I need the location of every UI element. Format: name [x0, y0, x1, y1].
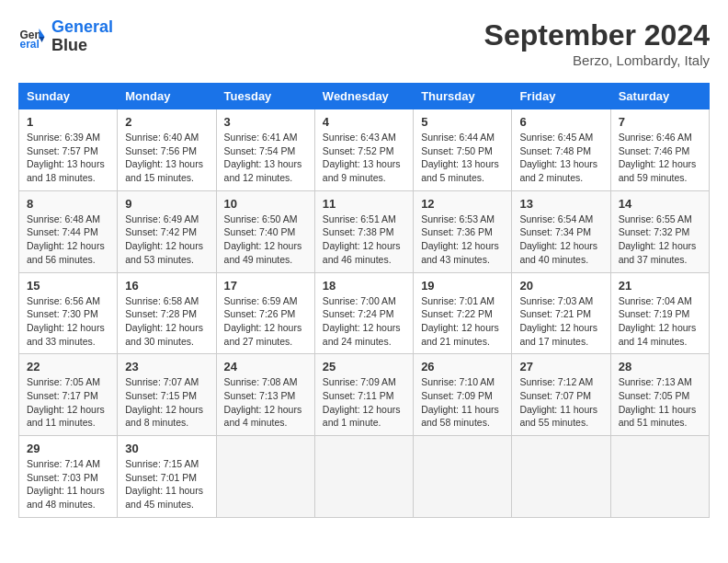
- day-number: 20: [519, 279, 602, 293]
- header-saturday: Saturday: [610, 84, 709, 109]
- cell-text: Sunrise: 6:43 AMSunset: 7:52 PMDaylight:…: [323, 131, 405, 185]
- day-number: 6: [519, 115, 602, 129]
- calendar-cell: 27Sunrise: 7:12 AMSunset: 7:07 PMDayligh…: [512, 354, 610, 436]
- month-title: September 2024: [484, 18, 710, 52]
- day-number: 10: [224, 197, 307, 211]
- calendar-cell: 6Sunrise: 6:45 AMSunset: 7:48 PMDaylight…: [512, 109, 610, 191]
- cell-text: Sunrise: 6:51 AMSunset: 7:38 PMDaylight:…: [323, 213, 405, 267]
- calendar-cell: 25Sunrise: 7:09 AMSunset: 7:11 PMDayligh…: [314, 354, 413, 436]
- cell-text: Sunrise: 7:09 AMSunset: 7:11 PMDaylight:…: [323, 375, 405, 430]
- calendar-cell: 29Sunrise: 7:14 AMSunset: 7:03 PMDayligh…: [19, 436, 118, 518]
- header-wednesday: Wednesday: [314, 84, 413, 109]
- cell-text: Sunrise: 6:48 AMSunset: 7:44 PMDaylight:…: [27, 213, 109, 267]
- cell-text: Sunrise: 6:55 AMSunset: 7:32 PMDaylight:…: [619, 213, 701, 267]
- day-number: 4: [323, 115, 405, 129]
- calendar-cell: 2Sunrise: 6:40 AMSunset: 7:56 PMDaylight…: [118, 109, 216, 191]
- cell-text: Sunrise: 6:50 AMSunset: 7:40 PMDaylight:…: [224, 213, 307, 267]
- day-number: 24: [224, 360, 307, 373]
- day-number: 9: [125, 197, 208, 211]
- cell-text: Sunrise: 6:53 AMSunset: 7:36 PMDaylight:…: [421, 213, 504, 267]
- cell-text: Sunrise: 6:41 AMSunset: 7:54 PMDaylight:…: [224, 131, 307, 185]
- calendar-cell: 19Sunrise: 7:01 AMSunset: 7:22 PMDayligh…: [414, 272, 512, 354]
- calendar-week-1: 1Sunrise: 6:39 AMSunset: 7:57 PMDaylight…: [19, 109, 710, 191]
- location-subtitle: Berzo, Lombardy, Italy: [484, 52, 710, 68]
- day-number: 11: [323, 197, 405, 211]
- day-number: 14: [619, 197, 701, 211]
- calendar-week-5: 29Sunrise: 7:14 AMSunset: 7:03 PMDayligh…: [19, 436, 710, 518]
- calendar-cell: 22Sunrise: 7:05 AMSunset: 7:17 PMDayligh…: [19, 354, 118, 436]
- day-number: 18: [323, 279, 405, 293]
- header-friday: Friday: [512, 84, 610, 109]
- cell-text: Sunrise: 7:04 AMSunset: 7:19 PMDaylight:…: [619, 294, 701, 349]
- cell-text: Sunrise: 6:49 AMSunset: 7:42 PMDaylight:…: [125, 213, 208, 267]
- cell-text: Sunrise: 6:45 AMSunset: 7:48 PMDaylight:…: [519, 131, 602, 185]
- calendar-cell: 17Sunrise: 6:59 AMSunset: 7:26 PMDayligh…: [216, 272, 314, 354]
- cell-text: Sunrise: 6:56 AMSunset: 7:30 PMDaylight:…: [27, 294, 109, 349]
- logo: Gen eral GeneralBlue: [18, 18, 113, 55]
- cell-text: Sunrise: 7:05 AMSunset: 7:17 PMDaylight:…: [27, 375, 109, 430]
- cell-text: Sunrise: 6:46 AMSunset: 7:46 PMDaylight:…: [619, 131, 701, 185]
- cell-text: Sunrise: 6:40 AMSunset: 7:56 PMDaylight:…: [125, 131, 208, 185]
- calendar-cell: [512, 436, 610, 518]
- calendar-cell: 30Sunrise: 7:15 AMSunset: 7:01 PMDayligh…: [118, 436, 216, 518]
- day-number: 22: [27, 360, 109, 373]
- day-number: 16: [125, 279, 208, 293]
- calendar-cell: 1Sunrise: 6:39 AMSunset: 7:57 PMDaylight…: [19, 109, 118, 191]
- page-header: Gen eral GeneralBlue September 2024 Berz…: [18, 18, 710, 68]
- cell-text: Sunrise: 7:03 AMSunset: 7:21 PMDaylight:…: [519, 294, 602, 349]
- calendar-cell: 12Sunrise: 6:53 AMSunset: 7:36 PMDayligh…: [414, 190, 512, 272]
- calendar-cell: 15Sunrise: 6:56 AMSunset: 7:30 PMDayligh…: [19, 272, 118, 354]
- logo-icon: Gen eral: [18, 23, 46, 51]
- calendar-cell: 9Sunrise: 6:49 AMSunset: 7:42 PMDaylight…: [118, 190, 216, 272]
- day-number: 17: [224, 279, 307, 293]
- cell-text: Sunrise: 7:14 AMSunset: 7:03 PMDaylight:…: [27, 457, 109, 511]
- cell-text: Sunrise: 7:12 AMSunset: 7:07 PMDaylight:…: [519, 375, 602, 430]
- day-number: 13: [519, 197, 602, 211]
- calendar-week-2: 8Sunrise: 6:48 AMSunset: 7:44 PMDaylight…: [19, 190, 710, 272]
- day-number: 12: [421, 197, 504, 211]
- day-number: 29: [27, 442, 109, 455]
- calendar-cell: 23Sunrise: 7:07 AMSunset: 7:15 PMDayligh…: [118, 354, 216, 436]
- calendar-cell: 26Sunrise: 7:10 AMSunset: 7:09 PMDayligh…: [414, 354, 512, 436]
- day-number: 5: [421, 115, 504, 129]
- calendar-cell: 13Sunrise: 6:54 AMSunset: 7:34 PMDayligh…: [512, 190, 610, 272]
- cell-text: Sunrise: 7:07 AMSunset: 7:15 PMDaylight:…: [125, 375, 208, 430]
- calendar-cell: 7Sunrise: 6:46 AMSunset: 7:46 PMDaylight…: [610, 109, 709, 191]
- cell-text: Sunrise: 6:54 AMSunset: 7:34 PMDaylight:…: [519, 213, 602, 267]
- day-number: 23: [125, 360, 208, 373]
- day-number: 2: [125, 115, 208, 129]
- logo-text: GeneralBlue: [51, 18, 113, 55]
- day-number: 8: [27, 197, 109, 211]
- calendar-cell: 20Sunrise: 7:03 AMSunset: 7:21 PMDayligh…: [512, 272, 610, 354]
- day-number: 27: [519, 360, 602, 373]
- day-number: 1: [27, 115, 109, 129]
- calendar-cell: [610, 436, 709, 518]
- calendar-cell: [314, 436, 413, 518]
- cell-text: Sunrise: 7:00 AMSunset: 7:24 PMDaylight:…: [323, 294, 405, 349]
- calendar-cell: 3Sunrise: 6:41 AMSunset: 7:54 PMDaylight…: [216, 109, 314, 191]
- calendar-cell: 21Sunrise: 7:04 AMSunset: 7:19 PMDayligh…: [610, 272, 709, 354]
- calendar-cell: 18Sunrise: 7:00 AMSunset: 7:24 PMDayligh…: [314, 272, 413, 354]
- header-tuesday: Tuesday: [216, 84, 314, 109]
- day-number: 30: [125, 442, 208, 455]
- cell-text: Sunrise: 7:10 AMSunset: 7:09 PMDaylight:…: [421, 375, 504, 430]
- day-number: 19: [421, 279, 504, 293]
- cell-text: Sunrise: 7:08 AMSunset: 7:13 PMDaylight:…: [224, 375, 307, 430]
- day-number: 25: [323, 360, 405, 373]
- svg-text:eral: eral: [20, 38, 40, 51]
- day-number: 26: [421, 360, 504, 373]
- header-thursday: Thursday: [414, 84, 512, 109]
- title-block: September 2024 Berzo, Lombardy, Italy: [484, 18, 710, 68]
- calendar-cell: 16Sunrise: 6:58 AMSunset: 7:28 PMDayligh…: [118, 272, 216, 354]
- cell-text: Sunrise: 7:13 AMSunset: 7:05 PMDaylight:…: [619, 375, 701, 430]
- cell-text: Sunrise: 7:01 AMSunset: 7:22 PMDaylight:…: [421, 294, 504, 349]
- calendar-cell: 5Sunrise: 6:44 AMSunset: 7:50 PMDaylight…: [414, 109, 512, 191]
- calendar-cell: [216, 436, 314, 518]
- calendar-cell: 11Sunrise: 6:51 AMSunset: 7:38 PMDayligh…: [314, 190, 413, 272]
- day-number: 7: [619, 115, 701, 129]
- calendar-cell: 28Sunrise: 7:13 AMSunset: 7:05 PMDayligh…: [610, 354, 709, 436]
- calendar-week-4: 22Sunrise: 7:05 AMSunset: 7:17 PMDayligh…: [19, 354, 710, 436]
- cell-text: Sunrise: 6:58 AMSunset: 7:28 PMDaylight:…: [125, 294, 208, 349]
- calendar-cell: 10Sunrise: 6:50 AMSunset: 7:40 PMDayligh…: [216, 190, 314, 272]
- calendar-cell: 4Sunrise: 6:43 AMSunset: 7:52 PMDaylight…: [314, 109, 413, 191]
